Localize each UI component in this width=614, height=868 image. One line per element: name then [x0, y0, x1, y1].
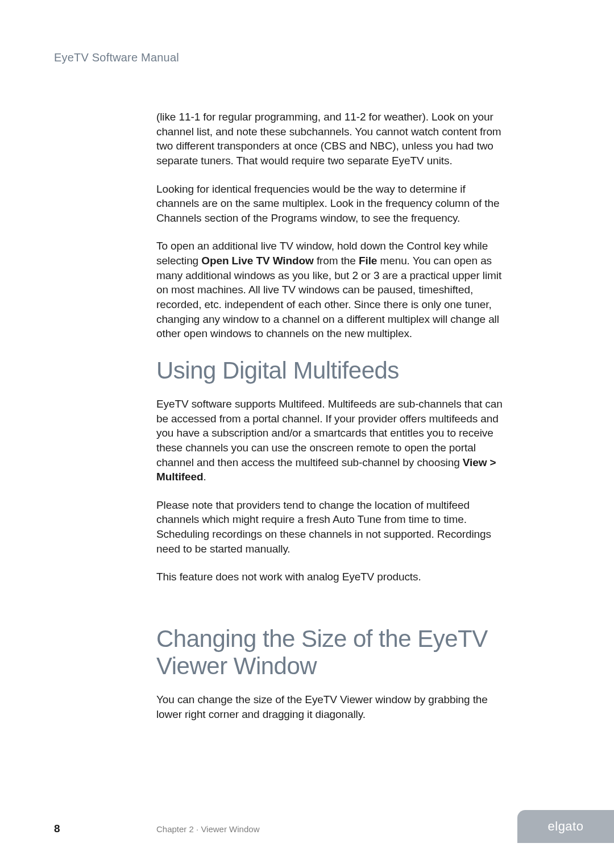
body-paragraph: Please note that providers tend to chang…	[156, 498, 509, 556]
running-header: EyeTV Software Manual	[54, 51, 560, 64]
brand-tab: elgato	[517, 810, 614, 843]
page-number: 8	[54, 823, 60, 835]
text-run: EyeTV software supports Multifeed. Multi…	[156, 398, 503, 468]
content-column: (like 11-1 for regular programming, and …	[156, 110, 509, 721]
text-run: from the	[314, 255, 359, 267]
body-paragraph: You can change the size of the EyeTV Vie…	[156, 692, 509, 721]
section-heading-multifeeds: Using Digital Multifeeds	[156, 357, 509, 384]
body-paragraph: (like 11-1 for regular programming, and …	[156, 110, 509, 168]
bold-text: Open Live TV Window	[201, 255, 313, 267]
body-paragraph: Looking for identical frequencies would …	[156, 182, 509, 226]
body-paragraph: This feature does not work with analog E…	[156, 570, 509, 584]
page-container: EyeTV Software Manual (like 11-1 for reg…	[0, 0, 614, 868]
body-paragraph: EyeTV software supports Multifeed. Multi…	[156, 397, 509, 484]
text-run: menu. You can open as many additional wi…	[156, 255, 501, 339]
section-heading-viewer-size: Changing the Size of the EyeTV Viewer Wi…	[156, 625, 509, 680]
footer-chapter-label: Chapter 2 · Viewer Window	[156, 824, 259, 834]
body-paragraph: To open an additional live TV window, ho…	[156, 239, 509, 340]
page-footer: 8 Chapter 2 · Viewer Window elgato	[0, 815, 614, 835]
bold-text: File	[359, 255, 377, 267]
text-run: .	[204, 471, 206, 483]
